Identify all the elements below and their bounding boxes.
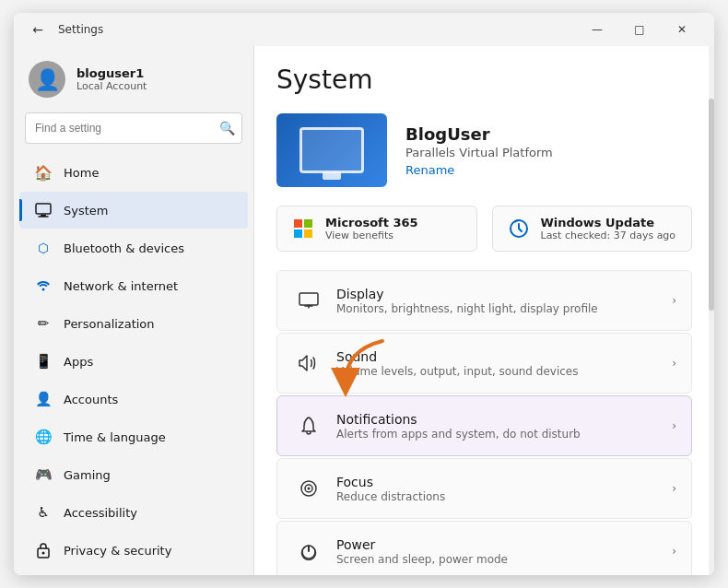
sidebar-item-privacy[interactable]: Privacy & security	[19, 532, 248, 569]
sidebar-item-label: Accounts	[64, 393, 118, 406]
titlebar: ← Settings — □ ✕	[14, 13, 714, 46]
person-icon: 👤	[35, 68, 60, 91]
time-icon: 🌐	[34, 428, 53, 446]
sidebar-item-time[interactable]: 🌐 Time & language	[19, 418, 248, 455]
focus-title: Focus	[336, 475, 672, 489]
sidebar-item-label: Accessibility	[64, 506, 137, 520]
notifications-icon	[292, 409, 325, 442]
rename-link[interactable]: Rename	[405, 163, 553, 177]
sidebar-item-personalization[interactable]: ✏️ Personalization	[19, 305, 248, 342]
apps-icon: 📱	[34, 352, 53, 370]
sound-icon	[292, 347, 325, 380]
svg-rect-7	[294, 219, 302, 228]
update-title: Windows Update	[541, 216, 676, 229]
notifications-setting[interactable]: Notifications Alerts from apps and syste…	[276, 395, 692, 456]
windows-update-quick-link[interactable]: Windows Update Last checked: 37 days ago	[492, 206, 693, 252]
system-icon	[34, 201, 53, 219]
notifications-sub: Alerts from apps and system, do not dist…	[336, 428, 672, 441]
display-sub: Monitors, brightness, night light, displ…	[336, 302, 672, 315]
network-icon	[34, 276, 53, 295]
main-panel: System BlogUser Parallels Virtual Platfo…	[253, 46, 714, 575]
svg-point-5	[42, 552, 45, 555]
accounts-icon: 👤	[34, 390, 53, 408]
sidebar-item-accounts[interactable]: 👤 Accounts	[19, 381, 248, 417]
svg-rect-9	[294, 229, 302, 238]
chevron-right-icon: ›	[672, 482, 676, 495]
sidebar-item-system[interactable]: System	[19, 192, 248, 229]
search-container: 🔍	[25, 112, 242, 144]
chevron-right-icon: ›	[672, 419, 676, 432]
maximize-button[interactable]: □	[618, 13, 661, 46]
sidebar-item-network[interactable]: Network & internet	[19, 267, 248, 304]
sidebar-item-label: Home	[64, 166, 99, 180]
sidebar-item-label: System	[64, 204, 108, 218]
focus-setting[interactable]: Focus Reduce distractions ›	[276, 458, 692, 519]
home-icon: 🏠	[34, 163, 53, 182]
sidebar-item-apps[interactable]: 📱 Apps	[19, 343, 248, 380]
user-profile[interactable]: 👤 bloguser1 Local Account	[14, 46, 253, 109]
display-icon	[292, 284, 325, 317]
quick-links: Microsoft 365 View benefits	[276, 206, 692, 252]
sidebar-item-accessibility[interactable]: ♿ Accessibility	[19, 494, 248, 531]
sidebar-item-bluetooth[interactable]: ⬡ Bluetooth & devices	[19, 229, 248, 266]
chevron-right-icon: ›	[672, 545, 676, 558]
accessibility-icon: ♿	[34, 503, 53, 522]
chevron-right-icon: ›	[672, 294, 676, 307]
update-icon	[506, 216, 532, 241]
m365-icon	[290, 216, 316, 241]
power-setting[interactable]: Power Screen and sleep, power mode ›	[276, 521, 692, 575]
settings-window: ← Settings — □ ✕ 👤 bloguser1	[14, 13, 714, 575]
bluetooth-icon: ⬡	[34, 239, 53, 257]
system-thumbnail	[276, 113, 387, 187]
display-title: Display	[336, 287, 672, 301]
power-sub: Screen and sleep, power mode	[336, 553, 672, 566]
sound-sub: Volume levels, output, input, sound devi…	[336, 365, 672, 378]
sidebar-item-label: Network & internet	[64, 279, 178, 293]
focus-sub: Reduce distractions	[336, 490, 672, 503]
update-subtitle: Last checked: 37 days ago	[541, 229, 676, 241]
power-icon	[292, 535, 325, 568]
search-input[interactable]	[25, 112, 242, 144]
svg-rect-0	[36, 204, 51, 214]
platform-name: Parallels Virtual Platform	[405, 146, 553, 159]
minimize-button[interactable]: —	[576, 13, 618, 46]
sidebar-item-label: Privacy & security	[64, 544, 171, 558]
scrollbar-track[interactable]	[709, 46, 714, 575]
settings-list: Display Monitors, brightness, night ligh…	[276, 270, 692, 575]
back-button[interactable]: ←	[25, 17, 51, 42]
scrollbar-thumb[interactable]	[709, 99, 714, 311]
chevron-right-icon: ›	[672, 357, 676, 370]
sound-title: Sound	[336, 349, 672, 364]
computer-name: BlogUser	[405, 124, 553, 144]
content-area: 👤 bloguser1 Local Account 🔍 🏠 Home	[14, 46, 714, 575]
monitor-shape	[299, 127, 364, 173]
personalization-icon: ✏️	[34, 314, 53, 333]
sidebar-nav: 🏠 Home System ⬡ Bluetooth & de	[14, 153, 253, 570]
sidebar-item-label: Gaming	[64, 468, 111, 482]
sound-setting[interactable]: Sound Volume levels, output, input, soun…	[276, 333, 692, 394]
sidebar-item-label: Personalization	[64, 317, 155, 331]
sidebar-item-gaming[interactable]: 🎮 Gaming	[19, 456, 248, 493]
close-button[interactable]: ✕	[661, 13, 703, 46]
svg-rect-8	[304, 219, 312, 228]
system-info-card: BlogUser Parallels Virtual Platform Rena…	[276, 113, 692, 187]
privacy-icon	[34, 541, 53, 559]
sidebar: 👤 bloguser1 Local Account 🔍 🏠 Home	[14, 46, 253, 575]
svg-rect-12	[299, 293, 318, 305]
main-panel-wrapper: System BlogUser Parallels Virtual Platfo…	[253, 46, 714, 575]
username: bloguser1	[76, 66, 147, 80]
sidebar-item-home[interactable]: 🏠 Home	[19, 154, 248, 191]
display-setting[interactable]: Display Monitors, brightness, night ligh…	[276, 270, 692, 331]
titlebar-title: Settings	[58, 23, 569, 36]
svg-point-17	[308, 488, 311, 490]
window-controls: — □ ✕	[576, 13, 703, 46]
avatar: 👤	[29, 61, 65, 98]
svg-rect-10	[304, 229, 312, 238]
m365-subtitle: View benefits	[325, 229, 418, 241]
m365-title: Microsoft 365	[325, 216, 418, 229]
svg-point-3	[42, 288, 45, 291]
m365-quick-link[interactable]: Microsoft 365 View benefits	[276, 206, 477, 252]
power-title: Power	[336, 537, 672, 552]
sidebar-item-label: Apps	[64, 355, 93, 369]
notifications-title: Notifications	[336, 412, 672, 427]
